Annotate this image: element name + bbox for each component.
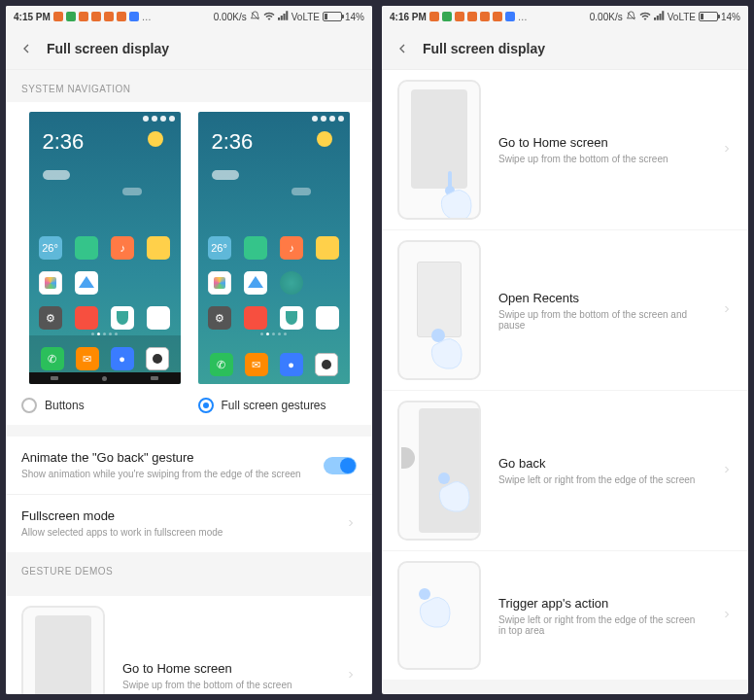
bell-off-icon bbox=[626, 11, 636, 23]
hand-swipe-top-icon bbox=[413, 582, 456, 641]
status-battery-pct: 14% bbox=[345, 12, 364, 22]
radio-label: Buttons bbox=[45, 399, 85, 412]
demo-subtitle: Swipe up from the bottom of the screen bbox=[498, 154, 703, 164]
row-title: Animate the "Go back" gesture bbox=[21, 450, 312, 465]
signal-icon bbox=[654, 11, 665, 22]
status-app-icon bbox=[429, 12, 439, 21]
phone-right: 4:16 PM … 0.00K/s VoLTE 14% bbox=[382, 6, 748, 694]
demo-title: Go back bbox=[498, 456, 703, 471]
preview-gestures[interactable]: 2:36 26°♪ ⚙⊞ ✆✉● bbox=[198, 112, 350, 384]
navigation-previews: 2:36 26°♪ ⚙⊞ ✆✉● 2:36 26°♪ ⚙⊞ bbox=[6, 102, 372, 425]
signal-icon bbox=[278, 11, 289, 22]
demo-title: Open Recents bbox=[498, 291, 703, 305]
status-app-icon bbox=[480, 12, 490, 21]
toggle-switch[interactable] bbox=[324, 457, 357, 474]
status-bar: 4:16 PM … 0.00K/s VoLTE 14% bbox=[382, 6, 748, 27]
status-app-icon bbox=[129, 12, 139, 21]
hand-swipe-up-icon bbox=[54, 689, 97, 694]
radio-buttons[interactable]: Buttons bbox=[21, 398, 181, 413]
demo-open-recents[interactable]: Open Recents Swipe up from the bottom of… bbox=[382, 230, 748, 391]
chevron-right-icon bbox=[721, 462, 733, 479]
radio-icon bbox=[21, 398, 37, 413]
header-title: Full screen display bbox=[423, 41, 545, 56]
demo-title: Go to Home screen bbox=[122, 661, 327, 676]
demo-subtitle: Swipe up from the bottom of the screen a… bbox=[498, 309, 703, 331]
svg-point-3 bbox=[438, 472, 450, 484]
gesture-demos-list: Go to Home screen Swipe up from the bott… bbox=[382, 70, 748, 680]
battery-icon bbox=[323, 12, 342, 21]
demo-thumb-icon bbox=[397, 80, 481, 220]
status-app-icon bbox=[117, 12, 126, 21]
status-data-rate: 0.00K/s bbox=[590, 12, 623, 22]
demo-go-home[interactable]: Go to Home screen Swipe up from the bott… bbox=[382, 70, 748, 230]
status-app-icon bbox=[91, 12, 101, 21]
gesture-demos-list: Go to Home screen Swipe up from the bott… bbox=[6, 596, 372, 694]
svg-point-2 bbox=[431, 329, 445, 342]
status-app-icon bbox=[442, 12, 452, 21]
back-button[interactable] bbox=[17, 40, 35, 57]
status-app-icon bbox=[455, 12, 464, 21]
radio-gestures[interactable]: Full screen gestures bbox=[198, 398, 358, 413]
status-app-icon bbox=[493, 12, 502, 21]
demo-go-home[interactable]: Go to Home screen Swipe up from the bott… bbox=[6, 596, 372, 694]
demo-thumb-icon bbox=[397, 240, 481, 380]
row-title: Fullscreen mode bbox=[21, 508, 333, 523]
status-more: … bbox=[142, 12, 152, 22]
chevron-right-icon bbox=[345, 667, 357, 684]
row-fullscreen-mode[interactable]: Fullscreen mode Allow selected apps to w… bbox=[6, 495, 372, 552]
status-bar: 4:15 PM … 0.00K/s VoLTE 14% bbox=[6, 6, 372, 27]
demo-title: Go to Home screen bbox=[498, 135, 703, 150]
radio-icon bbox=[198, 398, 214, 413]
hand-swipe-up-pause-icon bbox=[423, 318, 465, 376]
hand-swipe-up-icon bbox=[430, 163, 473, 220]
status-app-icon bbox=[79, 12, 88, 21]
row-animate-go-back[interactable]: Animate the "Go back" gesture Show anima… bbox=[6, 437, 372, 495]
wifi-icon bbox=[263, 11, 275, 22]
status-app-icon bbox=[66, 12, 76, 21]
demo-subtitle: Swipe left or right from the edge of the… bbox=[498, 474, 703, 485]
status-network: VoLTE bbox=[291, 12, 320, 22]
status-time: 4:16 PM bbox=[390, 12, 427, 22]
status-more: … bbox=[518, 12, 528, 22]
phone-left: 4:15 PM … 0.00K/s VoLTE 14% bbox=[6, 6, 372, 694]
battery-icon bbox=[699, 12, 718, 21]
svg-point-4 bbox=[419, 588, 430, 600]
status-time: 4:15 PM bbox=[14, 12, 51, 22]
chevron-right-icon bbox=[721, 141, 733, 158]
chevron-right-icon bbox=[345, 515, 357, 533]
app-header: Full screen display bbox=[6, 27, 372, 70]
demo-subtitle: Swipe left or right from the edge of the… bbox=[498, 614, 703, 636]
preview-clock: 2:36 bbox=[43, 129, 85, 155]
status-app-icon bbox=[53, 12, 63, 21]
section-label-demos: GESTURE DEMOS bbox=[6, 552, 372, 584]
wifi-icon bbox=[639, 11, 651, 22]
app-header: Full screen display bbox=[382, 27, 748, 70]
status-app-icon bbox=[505, 12, 515, 21]
demo-title: Trigger app's action bbox=[498, 596, 703, 611]
status-network: VoLTE bbox=[668, 12, 696, 22]
settings-list: Animate the "Go back" gesture Show anima… bbox=[6, 437, 372, 552]
hand-swipe-side-icon bbox=[432, 463, 475, 521]
status-app-icon bbox=[467, 12, 477, 21]
preview-clock: 2:36 bbox=[212, 129, 254, 155]
chevron-right-icon bbox=[721, 607, 733, 624]
status-data-rate: 0.00K/s bbox=[214, 12, 247, 22]
demo-thumb-icon bbox=[397, 401, 481, 541]
row-subtitle: Allow selected apps to work in fullscree… bbox=[21, 526, 333, 539]
radio-label: Full screen gestures bbox=[222, 399, 326, 412]
demo-subtitle: Swipe up from the bottom of the screen bbox=[122, 680, 327, 690]
section-label-navigation: SYSTEM NAVIGATION bbox=[6, 70, 372, 102]
back-button[interactable] bbox=[394, 40, 411, 57]
demo-go-back[interactable]: Go back Swipe left or right from the edg… bbox=[382, 391, 748, 551]
row-subtitle: Show animation while you're swiping from… bbox=[21, 468, 312, 480]
status-battery-pct: 14% bbox=[721, 12, 740, 22]
demo-trigger-action[interactable]: Trigger app's action Swipe left or right… bbox=[382, 551, 748, 680]
preview-buttons[interactable]: 2:36 26°♪ ⚙⊞ ✆✉● bbox=[29, 112, 181, 384]
demo-thumb-icon bbox=[21, 606, 105, 694]
status-app-icon bbox=[104, 12, 114, 21]
chevron-right-icon bbox=[721, 301, 733, 319]
header-title: Full screen display bbox=[47, 41, 169, 56]
demo-thumb-icon bbox=[397, 561, 481, 670]
bell-off-icon bbox=[250, 11, 260, 23]
